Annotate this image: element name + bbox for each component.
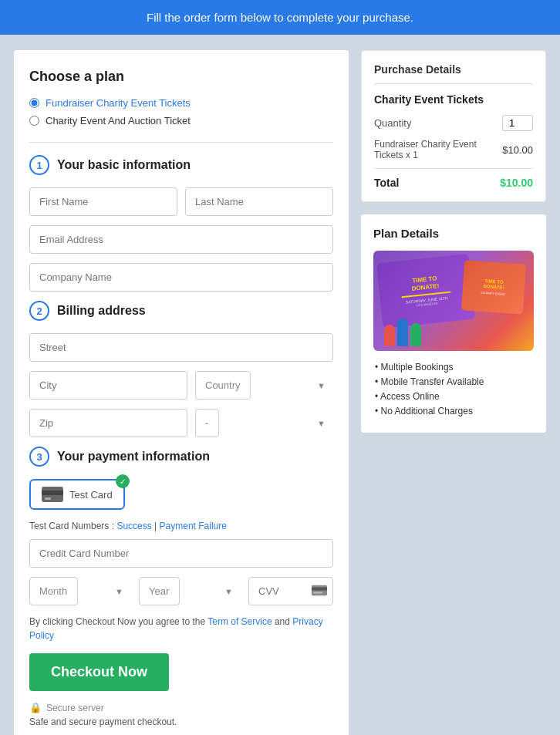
plan-radio-2[interactable] (29, 116, 39, 126)
month-select[interactable]: Month (29, 577, 78, 605)
street-input[interactable] (29, 333, 333, 362)
zip-input[interactable] (29, 409, 187, 437)
last-name-input[interactable] (185, 187, 333, 216)
quantity-input[interactable] (502, 115, 533, 131)
svg-rect-5 (313, 592, 322, 593)
lock-icon: 🔒 (29, 702, 42, 713)
plan-options: Fundraiser Charity Event Tickets Charity… (29, 97, 333, 126)
failure-link[interactable]: Payment Failure (160, 521, 227, 531)
page-wrapper: Fill the order form below to complete yo… (0, 0, 560, 735)
tos-link[interactable]: Term of Service (207, 616, 272, 627)
total-price: $10.00 (500, 177, 533, 189)
purchase-details-subtitle: Charity Event Tickets (374, 93, 533, 106)
step3-header: 3 Your payment information (29, 447, 333, 467)
country-wrapper: Country ▼ (195, 371, 333, 400)
billing-section: 2 Billing address Country ▼ (29, 301, 333, 437)
step1-label: Your basic information (57, 158, 191, 172)
state-wrapper: - ▼ (195, 409, 333, 437)
ticket-image: TIME TODONATE! SATURDAY, JUNE 11TH LOS A… (373, 251, 534, 351)
right-panel: Purchase Details Charity Event Tickets Q… (361, 50, 546, 735)
state-arrow-icon: ▼ (317, 419, 326, 428)
step1-circle: 1 (29, 155, 49, 175)
plan-radio-1[interactable] (29, 98, 39, 108)
step3-circle: 3 (29, 447, 49, 467)
total-label: Total (374, 177, 399, 189)
test-card-option[interactable]: ✓ Test Card (29, 479, 125, 510)
item-label: Fundraiser Charity Event Tickets x 1 (374, 139, 502, 160)
plan-details-title: Plan Details (373, 227, 534, 240)
card-check-icon: ✓ (116, 474, 130, 488)
item-row: Fundraiser Charity Event Tickets x 1 $10… (374, 139, 533, 160)
email-input[interactable] (29, 225, 333, 254)
name-row (29, 187, 333, 216)
quantity-row: Quantity (374, 115, 533, 131)
cvv-card-icon (312, 585, 327, 595)
step2-header: 2 Billing address (29, 301, 333, 321)
cvv-icon (312, 585, 327, 598)
choose-plan-title: Choose a plan (29, 69, 333, 85)
total-row: Total $10.00 (374, 168, 533, 189)
year-wrapper: Year ▼ (139, 577, 241, 605)
payment-section: 3 Your payment information ✓ Test Card (29, 447, 333, 727)
feature-2: Mobile Transfer Available (373, 376, 534, 387)
svg-rect-1 (42, 491, 63, 495)
item-price: $10.00 (502, 144, 533, 156)
checkout-button[interactable]: Checkout Now (29, 653, 169, 691)
step3-label: Your payment information (57, 450, 210, 464)
plan-option-2[interactable]: Charity Event And Auction Ticket (29, 115, 333, 126)
feature-4: No Additional Charges (373, 406, 534, 416)
year-arrow-icon: ▼ (224, 587, 233, 596)
svg-rect-4 (312, 587, 327, 590)
card-option-row: ✓ Test Card (29, 479, 333, 510)
ticket-main-text: TIME TODONATE! (410, 275, 440, 293)
year-select[interactable]: Year (139, 577, 180, 605)
month-arrow-icon: ▼ (115, 587, 123, 596)
ticket-figures (384, 319, 421, 346)
main-content: Choose a plan Fundraiser Charity Event T… (0, 35, 560, 735)
ticket-main: TIME TODONATE! SATURDAY, JUNE 11TH LOS A… (376, 254, 475, 329)
plan-label-1: Fundraiser Charity Event Tickets (46, 97, 191, 109)
banner-text: Fill the order form below to complete yo… (147, 11, 413, 24)
terms-text: By clicking Checkout Now you agree to th… (29, 615, 333, 642)
plan-features: Multiple Bookings Mobile Transfer Availa… (373, 362, 534, 416)
ticket-second: TIME TODONATE! CHARITY EVENT (461, 260, 526, 314)
step1-header: 1 Your basic information (29, 155, 333, 175)
step2-circle: 2 (29, 301, 49, 321)
top-banner: Fill the order form below to complete yo… (0, 0, 560, 35)
cvv-wrapper (248, 577, 333, 605)
month-wrapper: Month ▼ (29, 577, 131, 605)
quantity-label: Quantity (374, 117, 411, 129)
card-icon (42, 487, 63, 502)
secure-row: 🔒 Secure server (29, 702, 333, 713)
svg-rect-2 (45, 497, 51, 500)
secure-label: Secure server (46, 703, 104, 713)
plan-option-1[interactable]: Fundraiser Charity Event Tickets (29, 97, 333, 109)
step2-label: Billing address (57, 304, 146, 318)
plan-label-2: Charity Event And Auction Ticket (46, 115, 191, 126)
feature-1: Multiple Bookings (373, 362, 534, 373)
left-panel: Choose a plan Fundraiser Charity Event T… (14, 50, 349, 735)
company-input[interactable] (29, 263, 333, 292)
country-select[interactable]: Country (195, 371, 251, 400)
city-input[interactable] (29, 371, 187, 400)
first-name-input[interactable] (29, 187, 177, 216)
feature-3: Access Online (373, 391, 534, 402)
plan-details-box: Plan Details TIME TODONATE! SATURDAY, JU… (361, 214, 546, 433)
cc-number-input[interactable] (29, 539, 333, 568)
purchase-details-title: Purchase Details (374, 63, 533, 84)
city-country-row: Country ▼ (29, 371, 333, 400)
country-arrow-icon: ▼ (317, 381, 326, 390)
test-card-label: Test Card (69, 489, 113, 501)
state-select[interactable]: - (195, 409, 219, 437)
success-link[interactable]: Success (116, 521, 151, 531)
test-card-numbers: Test Card Numbers : Success | Payment Fa… (29, 521, 333, 531)
zip-state-row: - ▼ (29, 409, 333, 437)
purchase-details-box: Purchase Details Charity Event Tickets Q… (361, 50, 546, 202)
secure-sub: Safe and secure payment checkout. (29, 716, 333, 727)
payment-row-3: Month ▼ Year ▼ (29, 577, 333, 605)
divider-1 (29, 142, 333, 143)
